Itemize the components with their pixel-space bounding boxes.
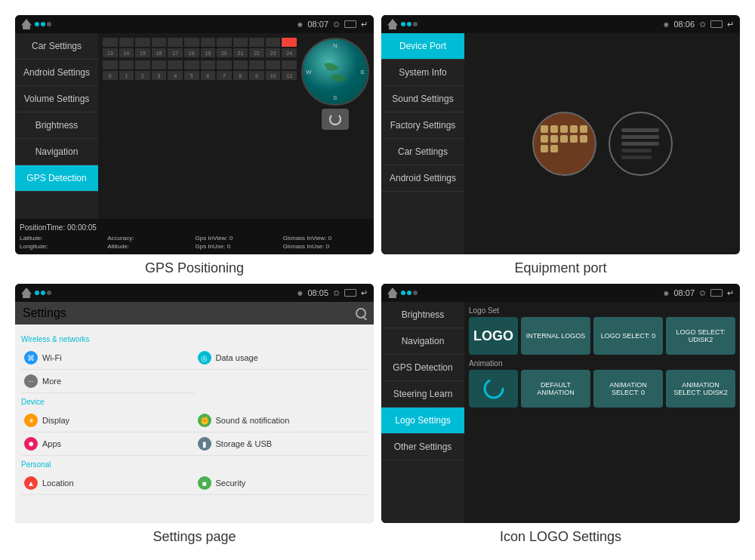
c9 xyxy=(249,38,264,47)
logo-sidebar-brightness[interactable]: Brightness xyxy=(381,302,464,328)
cl2-7: 7 xyxy=(217,71,232,80)
back-icon[interactable]: ↵ xyxy=(361,20,368,29)
location-item[interactable]: ▲ Location xyxy=(21,472,195,495)
storage-label: Storage & USB xyxy=(216,439,273,448)
settings-toolbar-title: Settings xyxy=(23,306,66,320)
pin xyxy=(550,145,558,152)
compass-area: N W E S xyxy=(301,38,369,130)
cal-row-2 xyxy=(103,60,297,69)
anim-select-udisk-tile[interactable]: ANIMATION SELECT: UDISK2 xyxy=(666,370,735,408)
menu-system-info[interactable]: System Info xyxy=(381,60,464,86)
cl10: 23 xyxy=(266,48,281,57)
internal-logos-tile[interactable]: INTERNAL LOGOS xyxy=(521,317,590,355)
cl11: 24 xyxy=(282,48,297,57)
accuracy-label: Accuracy: xyxy=(107,235,134,242)
logo-sidebar-steering[interactable]: Steering Learn xyxy=(381,381,464,408)
logo-big-tile[interactable]: LOGO xyxy=(469,317,518,355)
c3 xyxy=(152,38,167,47)
wifi-item[interactable]: ⌘ Wi-Fi xyxy=(21,346,195,370)
settings-search-icon[interactable] xyxy=(356,308,366,318)
device-items: ☀ Display ✊ Sound & notification ✹ Apps xyxy=(21,409,368,456)
default-animation-tile[interactable]: DEFAULT ANIMATION xyxy=(521,370,590,408)
dot1 xyxy=(35,22,39,26)
gps-sidebar: Car Settings Android Settings Volume Set… xyxy=(15,33,98,219)
c11 xyxy=(282,38,297,47)
menu-factory-settings[interactable]: Factory Settings xyxy=(381,112,464,139)
animation-spinner-tile[interactable] xyxy=(469,370,518,408)
sidebar-android-settings[interactable]: Android Settings xyxy=(15,60,98,86)
sidebar-navigation[interactable]: Navigation xyxy=(15,139,98,165)
more-label: More xyxy=(42,377,61,386)
settings-dot2 xyxy=(41,291,45,295)
logo-main-area: Logo Set LOGO INTERNAL LOGOS LOGO SELECT… xyxy=(464,302,740,523)
logo-select-0-tile[interactable]: LOGO SELECT: 0 xyxy=(593,317,663,355)
logo-bluetooth: ⎈ xyxy=(664,288,669,297)
refresh-button[interactable] xyxy=(322,109,349,130)
menu-car-settings[interactable]: Car Settings xyxy=(381,139,464,165)
apps-label: Apps xyxy=(42,439,61,448)
settings-body[interactable]: Wireless & networks ⌘ Wi-Fi ◎ Data usage… xyxy=(15,325,374,523)
sidebar-brightness[interactable]: Brightness xyxy=(15,112,98,139)
altitude-label: Altitude: xyxy=(107,243,129,250)
settings-status-bar: ⎈ 08:05 ✩ ↵ xyxy=(15,284,374,302)
data-usage-item[interactable]: ◎ Data usage xyxy=(195,346,368,370)
display-item[interactable]: ☀ Display xyxy=(21,409,195,432)
settings-back[interactable]: ↵ xyxy=(361,288,368,298)
sidebar-car-settings[interactable]: Car Settings xyxy=(15,33,98,60)
eq-dot2 xyxy=(407,22,411,26)
cal-row-1 xyxy=(103,38,297,47)
location-label: Location xyxy=(42,478,74,488)
compass-north: N xyxy=(333,42,337,49)
dot3 xyxy=(47,22,51,26)
logo-sidebar-gps[interactable]: GPS Detection xyxy=(381,355,464,381)
cl2-6: 6 xyxy=(201,71,216,80)
logo-sidebar-other[interactable]: Other Settings xyxy=(381,434,464,460)
sidebar-volume-settings[interactable]: Volume Settings xyxy=(15,86,98,112)
storage-item[interactable]: ▮ Storage & USB xyxy=(195,432,368,456)
settings-time: 08:05 xyxy=(307,288,328,297)
equipment-status-bar: ⎈ 08:06 ✩ ↵ xyxy=(381,15,740,33)
data-label: Data usage xyxy=(216,353,258,362)
c8 xyxy=(233,38,248,47)
location-icon: ▲ xyxy=(24,476,38,490)
sidebar-gps-detection[interactable]: GPS Detection xyxy=(15,165,98,192)
pin xyxy=(580,135,587,143)
security-label: Security xyxy=(216,478,246,488)
cl8: 21 xyxy=(233,48,248,57)
logo-back[interactable]: ↵ xyxy=(727,288,734,298)
menu-android-settings[interactable]: Android Settings xyxy=(381,165,464,192)
logo-select-udisk-tile[interactable]: LOGO SELECT: UDISK2 xyxy=(666,317,735,355)
c1 xyxy=(119,38,134,47)
anim-select-0-tile[interactable]: ANIMATION SELECT: 0 xyxy=(593,370,663,408)
eq-back-icon[interactable]: ↵ xyxy=(727,20,734,29)
c2-11 xyxy=(282,60,297,69)
more-item[interactable]: ⋯ More xyxy=(21,370,195,393)
menu-device-port[interactable]: Device Port xyxy=(381,33,464,60)
logo-sidebar-navigation[interactable]: Navigation xyxy=(381,328,464,355)
settings-bluetooth: ⎈ xyxy=(297,288,303,297)
equipment-sidebar: Device Port System Info Sound Settings F… xyxy=(381,33,464,254)
cl2-4: 4 xyxy=(168,71,183,80)
svg-point-0 xyxy=(314,51,356,93)
sound-item[interactable]: ✊ Sound & notification xyxy=(195,409,368,432)
menu-sound-settings[interactable]: Sound Settings xyxy=(381,86,464,112)
compass-globe: N W E S xyxy=(301,38,369,106)
refresh-icon xyxy=(329,113,341,125)
settings-dot3 xyxy=(47,291,51,295)
settings-signal: ✩ xyxy=(333,288,340,298)
eq-status-left xyxy=(387,19,418,29)
eq-bluetooth-icon: ⎈ xyxy=(664,20,669,29)
c4 xyxy=(168,38,183,47)
anim-tiles-row: DEFAULT ANIMATION ANIMATION SELECT: 0 AN… xyxy=(469,370,735,408)
wireless-items: ⌘ Wi-Fi ◎ Data usage ⋯ More xyxy=(21,346,368,393)
apps-item[interactable]: ✹ Apps xyxy=(21,432,195,456)
port-images-area xyxy=(464,33,740,254)
display-icon: ☀ xyxy=(24,414,38,427)
logo-sidebar-logo-settings[interactable]: Logo Settings xyxy=(381,408,464,434)
wifi-label: Wi-Fi xyxy=(42,353,62,362)
security-item[interactable]: ■ Security xyxy=(195,472,368,495)
gps-inuse-label: Gps InUse: 0 xyxy=(196,243,231,250)
cal-row-labels-2: 0 1 2 3 4 5 6 7 8 9 10 1 xyxy=(103,71,297,80)
dot2 xyxy=(41,22,45,26)
gps-screen: ⎈ 08:07 ✩ ↵ Car Settings Android Setting… xyxy=(15,15,374,254)
